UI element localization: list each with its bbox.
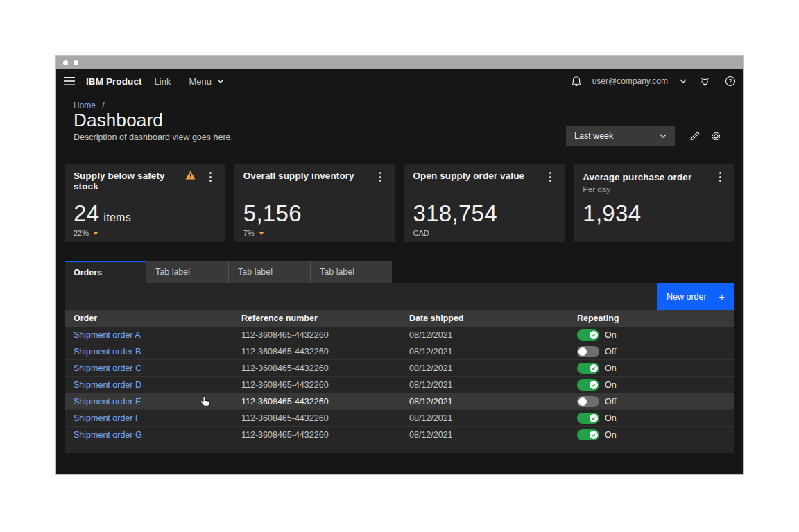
card-unit: CAD	[413, 229, 429, 237]
column-header-reference[interactable]: Reference number	[232, 314, 400, 323]
card-overflow-menu[interactable]	[375, 171, 386, 183]
dashboard-settings-button[interactable]	[705, 126, 726, 146]
order-link[interactable]: Shipment order C	[74, 363, 141, 373]
card-unit-label: CAD	[413, 229, 429, 237]
table-row[interactable]: Shipment order E 112-3608465-4432260 08/…	[65, 393, 734, 410]
date-shipped-cell: 08/12/2021	[400, 430, 568, 440]
toggle-knob	[590, 431, 598, 439]
new-order-button[interactable]: New order +	[657, 283, 734, 310]
card-overflow-menu[interactable]	[205, 171, 216, 183]
card-value: 5,156	[243, 200, 302, 227]
order-link[interactable]: Shipment order B	[74, 347, 141, 357]
tab-label-1[interactable]: Tab label	[146, 261, 228, 283]
product-name: IBM Product	[86, 76, 142, 87]
breadcrumb-home-link[interactable]: Home	[74, 101, 96, 110]
header-nav-link-label: Link	[155, 76, 171, 87]
order-link[interactable]: Shipment order D	[74, 380, 141, 390]
app-header: IBM Product Link Menu user@company.com	[56, 69, 743, 94]
column-header-order[interactable]: Order	[65, 314, 232, 323]
date-shipped-cell: 08/12/2021	[400, 380, 568, 390]
table-row[interactable]: Shipment order A 112-3608465-4432260 08/…	[65, 327, 734, 343]
table-row[interactable]: Shipment order B 112-3608465-4432260 08/…	[65, 343, 734, 360]
card-open-supply-order-value: Open supply order value 318,754 CAD	[404, 164, 565, 242]
idea-lightbulb-icon	[698, 75, 711, 87]
checkmark-icon	[591, 332, 596, 338]
date-shipped-cell: 08/12/2021	[400, 347, 568, 357]
chevron-down-icon	[660, 134, 667, 138]
reference-number-cell: 112-3608465-4432260	[232, 347, 400, 357]
table-row[interactable]: Shipment order C 112-3608465-4432260 08/…	[65, 360, 734, 377]
header-nav-menu[interactable]: Menu	[189, 76, 224, 87]
table-toolbar: New order +	[65, 283, 734, 310]
card-value: 1,934	[583, 200, 641, 227]
reference-number-cell: 112-3608465-4432260	[232, 413, 400, 423]
checkmark-icon	[591, 415, 596, 421]
toggle-state-label: On	[605, 330, 617, 340]
reference-number-cell: 112-3608465-4432260	[232, 397, 400, 406]
card-average-purchase-order: Average purchase order Per day 1,934	[574, 164, 734, 242]
hamburger-menu-button[interactable]	[56, 69, 82, 94]
table-header-row: Order Reference number Date shipped Repe…	[65, 310, 734, 327]
order-link[interactable]: Shipment order G	[74, 430, 142, 440]
header-nav-link[interactable]: Link	[155, 76, 171, 87]
tab-label-3[interactable]: Tab label	[310, 261, 392, 283]
date-shipped-cell: 08/12/2021	[400, 397, 568, 406]
column-header-date-shipped[interactable]: Date shipped	[400, 314, 568, 323]
table-row[interactable]: Shipment order F 112-3608465-4432260 08/…	[65, 410, 734, 427]
notifications-button[interactable]	[564, 69, 590, 94]
header-nav: Link Menu	[155, 76, 224, 87]
toggle-state-label: On	[605, 413, 617, 423]
window-titlebar	[56, 56, 743, 69]
card-title: Open supply order value	[413, 171, 545, 181]
repeating-toggle[interactable]	[577, 363, 599, 374]
orders-table: Order Reference number Date shipped Repe…	[65, 310, 734, 453]
bell-icon	[571, 76, 582, 87]
card-subtitle: Per day	[583, 185, 714, 194]
repeating-toggle[interactable]	[577, 329, 599, 341]
repeating-toggle[interactable]	[577, 413, 599, 424]
card-delta: 22%	[74, 229, 98, 237]
period-dropdown-value: Last week	[574, 131, 613, 141]
reference-number-cell: 112-3608465-4432260	[232, 330, 400, 340]
table-row[interactable]: Shipment order G 112-3608465-4432260 08/…	[65, 427, 734, 443]
toggle-state-label: Off	[605, 397, 616, 406]
column-header-repeating[interactable]: Repeating	[568, 314, 734, 323]
idea-button[interactable]	[691, 69, 717, 94]
table-row[interactable]: Shipment order D 112-3608465-4432260 08/…	[65, 377, 734, 393]
page-description: Description of dashboard view goes here.	[74, 132, 233, 142]
checkmark-icon	[591, 432, 596, 438]
card-delta-value: 7%	[243, 229, 255, 237]
repeating-toggle[interactable]	[577, 346, 599, 357]
order-link[interactable]: Shipment order F	[74, 413, 141, 423]
reference-number-cell: 112-3608465-4432260	[232, 430, 400, 440]
card-value: 318,754	[413, 200, 497, 227]
date-shipped-cell: 08/12/2021	[400, 330, 568, 340]
period-dropdown[interactable]: Last week	[566, 126, 675, 146]
help-button[interactable]: ?	[717, 69, 743, 94]
help-icon: ?	[725, 76, 736, 87]
user-menu-button[interactable]	[675, 69, 691, 94]
card-overflow-menu[interactable]	[714, 171, 725, 183]
order-link[interactable]: Shipment order A	[74, 330, 141, 340]
card-title: Average purchase order	[583, 172, 691, 182]
order-link[interactable]: Shipment order E	[74, 397, 141, 406]
date-shipped-cell: 08/12/2021	[400, 413, 568, 423]
card-overflow-menu[interactable]	[544, 171, 556, 183]
window-control-dot[interactable]	[74, 60, 78, 65]
repeating-toggle[interactable]	[577, 379, 599, 391]
reference-number-cell: 112-3608465-4432260	[232, 363, 400, 373]
tab-orders[interactable]: Orders	[65, 261, 146, 283]
card-title: Supply below safety stock	[74, 171, 181, 191]
tab-bar: Orders Tab label Tab label Tab label	[65, 261, 392, 283]
repeating-toggle[interactable]	[577, 429, 599, 440]
window-control-dot[interactable]	[63, 60, 68, 65]
card-delta-value: 22%	[74, 229, 89, 237]
toggle-knob	[578, 347, 587, 356]
repeating-toggle[interactable]	[577, 396, 599, 407]
new-order-button-label: New order	[667, 292, 707, 302]
table-body: Shipment order A 112-3608465-4432260 08/…	[65, 327, 734, 443]
dashboard-controls: Last week	[566, 126, 726, 146]
tab-label-2[interactable]: Tab label	[228, 261, 310, 283]
toggle-knob	[590, 331, 598, 339]
edit-dashboard-button[interactable]	[685, 126, 705, 146]
